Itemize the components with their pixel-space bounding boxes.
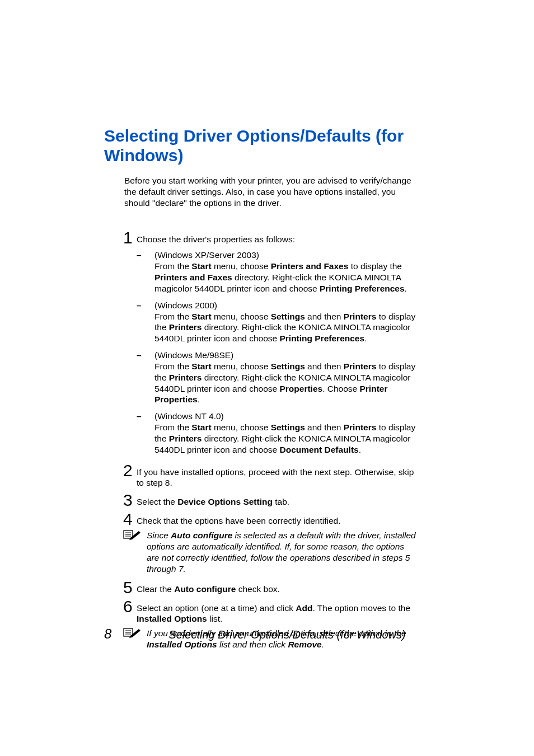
device-options-setting: Device Options Setting [177, 497, 273, 506]
t: menu, choose [212, 361, 271, 371]
step-number: 3 [123, 492, 137, 509]
sub-item-nt4: – (Windows NT 4.0) From the Start menu, … [137, 411, 419, 455]
intro-paragraph: Before you start working with your print… [124, 175, 418, 208]
dash-icon: – [137, 250, 154, 294]
step-1-sublist: – (Windows XP/Server 2003) From the Star… [137, 250, 419, 455]
start-menu: Start [191, 312, 211, 321]
t: From the [154, 422, 191, 432]
os-label: (Windows NT 4.0) [154, 411, 224, 421]
step-number: 2 [123, 462, 137, 479]
settings: Settings [271, 422, 305, 432]
t: From the [154, 361, 191, 371]
step-3: 3 Select the Device Options Setting tab. [123, 491, 419, 508]
t: . [198, 395, 200, 404]
t: and then [305, 422, 344, 432]
page-footer: 8 Selecting Driver Options/Defaults (for… [104, 626, 419, 642]
start-menu: Start [191, 422, 211, 432]
os-label: (Windows Me/98SE) [154, 350, 233, 360]
start-menu: Start [191, 361, 211, 371]
t: check box. [236, 584, 279, 594]
step-6: 6 Select an option (one at a time) and c… [123, 597, 419, 625]
printers-faxes-dir: Printers and Faxes [154, 273, 232, 282]
t: menu, choose [212, 312, 271, 321]
note-autoconfigure: Since Auto configure is selected as a de… [123, 530, 419, 574]
printers-faxes: Printers and Faxes [271, 261, 349, 271]
t: to display the [348, 261, 402, 271]
t: Clear the [137, 584, 174, 594]
step-2: 2 If you have installed options, proceed… [123, 461, 419, 489]
dash-icon: – [137, 300, 154, 344]
t: . [359, 445, 361, 454]
step-number: 1 [123, 229, 137, 246]
document-defaults: Document Defaults [279, 445, 358, 454]
step-text: Check that the options have been correct… [137, 515, 340, 527]
add-button-label: Add [296, 603, 312, 613]
sub-item-xp: – (Windows XP/Server 2003) From the Star… [137, 250, 419, 294]
printers-dir: Printers [169, 373, 202, 382]
svg-marker-4 [130, 531, 140, 539]
t: . [405, 284, 407, 293]
t: and then [305, 312, 344, 321]
printing-preferences: Printing Preferences [279, 334, 364, 343]
step-text: Select an option (one at a time) and cli… [137, 603, 419, 625]
start-menu: Start [191, 261, 211, 271]
t: . Choose [322, 384, 359, 393]
settings: Settings [271, 312, 305, 321]
step-number: 5 [123, 579, 137, 596]
printing-preferences: Printing Preferences [320, 284, 405, 293]
printers: Printers [344, 361, 377, 371]
step-4: 4 Check that the options have been corre… [123, 510, 419, 527]
t: menu, choose [212, 261, 271, 271]
properties: Properties [279, 384, 322, 393]
sub-item-2000: – (Windows 2000) From the Start menu, ch… [137, 300, 419, 344]
step-text: Select the Device Options Setting tab. [137, 496, 289, 508]
page-number: 8 [104, 626, 111, 642]
auto-configure: Auto configure [171, 530, 232, 540]
t: From the [154, 261, 191, 271]
sub-item-me98: – (Windows Me/98SE) From the Start menu,… [137, 350, 419, 405]
printers: Printers [344, 422, 377, 432]
auto-configure: Auto configure [174, 584, 236, 594]
t: tab. [273, 497, 289, 506]
printers-dir: Printers [169, 434, 202, 443]
page-title: Selecting Driver Options/Defaults (for W… [104, 126, 419, 165]
step-1: 1 Choose the driver's properties as foll… [123, 228, 419, 245]
t: list. [207, 614, 223, 623]
t: Select an option (one at a time) and cli… [137, 603, 296, 613]
printers-dir: Printers [169, 322, 202, 332]
step-text: Clear the Auto configure check box. [137, 584, 280, 595]
t: From the [154, 312, 191, 321]
step-number: 4 [123, 511, 137, 528]
step-text: If you have installed options, proceed w… [137, 467, 419, 489]
dash-icon: – [137, 411, 154, 455]
t: Select the [137, 497, 177, 506]
settings: Settings [271, 361, 305, 371]
footer-title: Selecting Driver Options/Defaults (for W… [168, 628, 405, 641]
installed-options: Installed Options [137, 614, 207, 623]
step-text: Choose the driver's properties as follow… [137, 234, 295, 245]
t: . [364, 334, 367, 343]
step-5: 5 Clear the Auto configure check box. [123, 578, 419, 595]
t: and then [305, 361, 344, 371]
t: Since [147, 530, 171, 540]
step-number: 6 [123, 598, 137, 615]
t: . The option moves to the [312, 603, 410, 613]
dash-icon: – [137, 350, 154, 405]
printers: Printers [344, 312, 377, 321]
os-label: (Windows 2000) [154, 300, 217, 310]
note-icon [123, 530, 147, 574]
os-label: (Windows XP/Server 2003) [154, 250, 259, 260]
t: menu, choose [212, 422, 271, 432]
